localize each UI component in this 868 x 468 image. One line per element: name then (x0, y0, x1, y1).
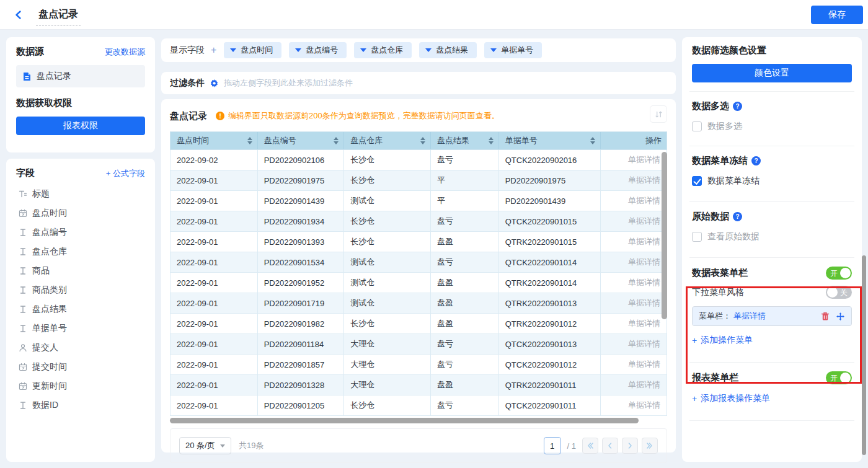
page-size-select[interactable]: 20 条/页 (179, 437, 231, 454)
table-cell: 平 (431, 170, 499, 190)
table-row: 2022-09-01PD20220901952测试仓盘盈QTRK20220901… (170, 273, 667, 293)
report-menubar-toggle[interactable]: 开 (826, 371, 852, 384)
menu-freeze-checkbox[interactable] (692, 176, 702, 186)
row-detail-link[interactable]: 单据详情 (628, 236, 660, 247)
column-header[interactable]: 盘点结果 (431, 132, 499, 149)
field-item[interactable]: 盘点时间 (16, 203, 145, 223)
menu-freeze-checkbox-row[interactable]: 数据菜单冻结 (692, 175, 852, 187)
trash-icon[interactable] (821, 312, 830, 321)
display-field-chip[interactable]: 盘点结果 (419, 42, 477, 58)
column-header[interactable]: 盘点编号 (258, 132, 345, 149)
sort-order-icon[interactable] (650, 105, 667, 123)
raw-data-checkbox-row[interactable]: 查看原始数据 (692, 231, 852, 242)
table-body: 2022-09-02PD20220902106长沙仓盘亏QTCK20220902… (170, 150, 667, 416)
row-detail-link[interactable]: 单据详情 (628, 154, 660, 166)
chip-label: 盘点编号 (306, 45, 338, 56)
row-detail-link[interactable]: 单据详情 (628, 379, 660, 391)
row-detail-link[interactable]: 单据详情 (628, 338, 660, 350)
field-item-label: 提交人 (32, 342, 58, 353)
field-item[interactable]: 盘点结果 (16, 299, 145, 319)
display-field-chip[interactable]: 盘点时间 (224, 42, 281, 58)
sort-arrows-icon[interactable] (247, 137, 252, 144)
column-header[interactable]: 盘点仓库 (344, 132, 431, 149)
menubar-item-link[interactable]: 单据详情 (733, 311, 766, 322)
table-cell-action: 单据详情 (601, 355, 666, 374)
move-icon[interactable] (836, 312, 845, 321)
multi-select-checkbox[interactable] (692, 121, 702, 131)
sort-arrows-icon[interactable] (590, 137, 595, 144)
row-detail-link[interactable]: 单据详情 (628, 195, 660, 206)
row-detail-link[interactable]: 单据详情 (628, 257, 660, 268)
gear-icon[interactable] (210, 79, 219, 88)
text-icon (19, 401, 27, 410)
add-report-action-menu-link[interactable]: + 添加报表操作菜单 (692, 393, 770, 404)
change-datasource-link[interactable]: 更改数据源 (105, 46, 145, 58)
field-item[interactable]: 提交人 (16, 338, 145, 357)
first-page-button[interactable] (582, 438, 598, 454)
page-size-value: 20 条/页 (185, 440, 215, 451)
row-detail-link[interactable]: 单据详情 (628, 175, 660, 186)
field-item[interactable]: 盘点仓库 (16, 242, 145, 261)
table-vertical-scrollbar[interactable] (662, 152, 667, 319)
field-item[interactable]: 数据ID (16, 395, 145, 415)
sort-arrows-icon[interactable] (420, 137, 425, 144)
row-detail-link[interactable]: 单据详情 (628, 400, 660, 411)
raw-data-checkbox[interactable] (692, 232, 702, 242)
table-cell: PD20220901393 (258, 232, 345, 252)
row-detail-link[interactable]: 单据详情 (628, 277, 660, 288)
display-field-chip[interactable]: 单据单号 (484, 42, 542, 58)
add-action-menu-link[interactable]: + 添加操作菜单 (692, 335, 753, 346)
field-item[interactable]: 提交时间 (16, 357, 145, 376)
column-header[interactable]: 盘点时间 (170, 132, 258, 149)
field-item[interactable]: 商品 (16, 261, 145, 280)
help-icon[interactable]: ? (751, 156, 761, 166)
table-cell: 2022-09-01 (170, 375, 258, 395)
current-page-input[interactable]: 1 (544, 437, 561, 454)
menu-freeze-checkbox-label: 数据菜单冻结 (707, 175, 760, 187)
help-icon[interactable]: ? (733, 212, 742, 221)
display-field-chip[interactable]: 盘点编号 (289, 42, 347, 58)
chevron-down-icon (425, 48, 432, 52)
settings-panel-scrollbar[interactable] (862, 255, 866, 455)
prev-page-button[interactable] (602, 438, 618, 454)
field-item[interactable]: 标题 (16, 184, 145, 203)
filter-drop-placeholder: 拖动左侧字段到此处来添加过滤条件 (224, 77, 353, 89)
next-page-button[interactable] (622, 438, 638, 454)
table-header-row: 盘点时间盘点编号盘点仓库盘点结果单据单号操作 (170, 131, 667, 150)
multi-select-checkbox-row[interactable]: 数据多选 (692, 121, 852, 132)
add-formula-field-link[interactable]: + 公式字段 (106, 168, 145, 179)
datasource-item[interactable]: 盘点记录 (16, 65, 145, 87)
column-header[interactable]: 单据单号 (499, 132, 601, 149)
field-item[interactable]: 单据单号 (16, 319, 145, 338)
field-item[interactable]: 更新时间 (16, 376, 145, 395)
save-button[interactable]: 保存 (811, 6, 863, 24)
table-cell: PD20220901328 (258, 375, 345, 395)
chip-label: 盘点时间 (241, 45, 273, 56)
row-detail-link[interactable]: 单据详情 (628, 216, 660, 227)
dropdown-style-label: 下拉菜单风格 (692, 287, 744, 298)
row-detail-link[interactable]: 单据详情 (628, 318, 660, 329)
last-page-button[interactable] (642, 438, 658, 454)
table-cell: 平 (431, 191, 499, 211)
dropdown-style-toggle[interactable]: 关 (826, 286, 852, 299)
chevron-down-icon (490, 48, 497, 52)
table-horizontal-scrollbar[interactable] (170, 418, 639, 423)
sort-arrows-icon[interactable] (489, 137, 494, 144)
report-permission-button[interactable]: 报表权限 (16, 117, 145, 135)
text-icon (19, 267, 27, 275)
row-detail-link[interactable]: 单据详情 (628, 298, 660, 309)
sort-arrows-icon[interactable] (334, 137, 339, 144)
table-menubar-toggle[interactable]: 开 (826, 267, 852, 280)
display-field-chip[interactable]: 盘点仓库 (354, 42, 412, 58)
field-item[interactable]: 盘点编号 (16, 223, 145, 242)
column-header[interactable]: 操作 (601, 132, 666, 149)
help-icon[interactable]: ? (733, 102, 742, 111)
color-settings-button[interactable]: 颜色设置 (692, 64, 852, 82)
row-detail-link[interactable]: 单据详情 (628, 359, 660, 370)
back-button[interactable] (10, 6, 27, 24)
page-total-label: / 1 (567, 441, 576, 451)
table-cell: PD20220901184 (258, 334, 345, 354)
field-item[interactable]: 商品类别 (16, 280, 145, 299)
add-display-field-button[interactable]: + (211, 45, 216, 56)
table-row: 2022-09-01PD20220901982长沙仓盘盈QTRK20220901… (170, 314, 667, 334)
